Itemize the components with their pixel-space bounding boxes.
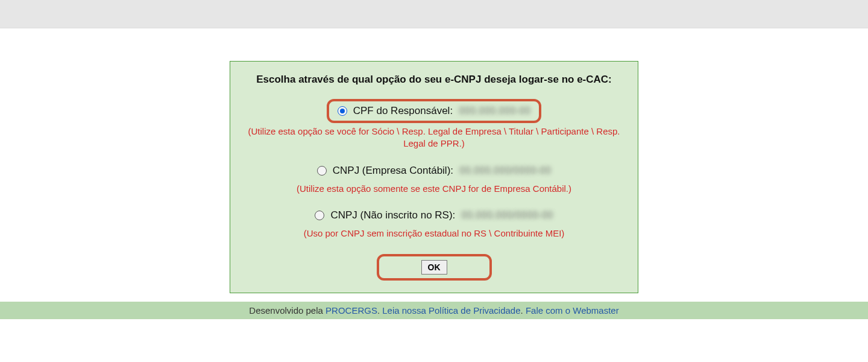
login-option-panel: Escolha através de qual opção do seu e-C… <box>230 61 638 293</box>
top-toolbar <box>0 0 868 28</box>
spacer <box>0 28 868 61</box>
option-cnpj-nao-rs-block: CNPJ (Não inscrito no RS): 00.000.000/00… <box>239 206 629 240</box>
radio-cpf-responsavel[interactable] <box>338 106 347 116</box>
option-cpf-block: CPF do Responsável: 000.000.000-00 (Util… <box>239 99 629 150</box>
footer: Desenvolvido pela PROCERGS. Leia nossa P… <box>0 302 868 319</box>
ok-button[interactable]: OK <box>421 260 447 275</box>
panel-heading: Escolha através de qual opção do seu e-C… <box>239 74 629 86</box>
option-cpf-help: (Utilize esta opção se você for Sócio \ … <box>239 125 629 150</box>
option-cnpj-contabil-value-masked: 00.000.000/0000-00 <box>459 165 551 177</box>
option-cnpj-contabil-block: CNPJ (Empresa Contábil): 00.000.000/0000… <box>239 161 629 195</box>
option-cnpj-contabil-help: (Utilize esta opção somente se este CNPJ… <box>239 183 629 195</box>
option-cnpj-contabil-label: CNPJ (Empresa Contábil): <box>333 165 453 177</box>
footer-sep2: . <box>521 305 526 316</box>
footer-link-procergs[interactable]: PROCERGS <box>326 305 377 316</box>
option-cpf-value-masked: 000.000.000-00 <box>459 105 530 117</box>
option-cnpj-nao-rs-row[interactable]: CNPJ (Não inscrito no RS): 00.000.000/00… <box>306 206 561 225</box>
option-cnpj-nao-rs-label: CNPJ (Não inscrito no RS): <box>330 209 455 221</box>
option-cpf-label: CPF do Responsável: <box>353 105 453 117</box>
radio-cnpj-nao-rs[interactable] <box>315 211 324 220</box>
option-cnpj-contabil-row[interactable]: CNPJ (Empresa Contábil): 00.000.000/0000… <box>309 161 559 180</box>
radio-cnpj-contabil[interactable] <box>317 166 327 176</box>
footer-link-webmaster[interactable]: Fale com o Webmaster <box>526 305 619 316</box>
option-cnpj-nao-rs-help: (Uso por CNPJ sem inscrição estadual no … <box>239 227 629 240</box>
option-cpf-row[interactable]: CPF do Responsável: 000.000.000-00 <box>327 99 541 123</box>
option-cnpj-nao-rs-value-masked: 00.000.000/0000-00 <box>461 209 553 221</box>
ok-button-highlight: OK <box>377 254 492 281</box>
footer-link-privacy[interactable]: Leia nossa Política de Privacidade <box>382 305 520 316</box>
footer-sep1: . <box>377 305 382 316</box>
footer-prefix: Desenvolvido pela <box>249 305 326 316</box>
